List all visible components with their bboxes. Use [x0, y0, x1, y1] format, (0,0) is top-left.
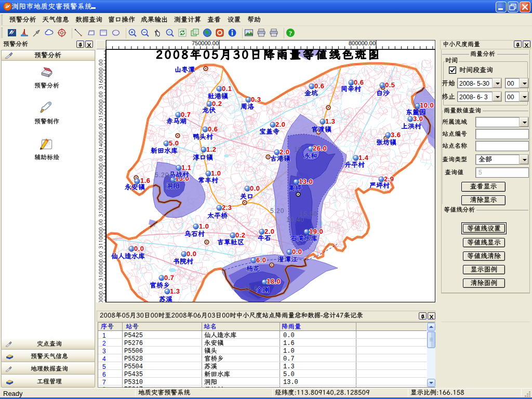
svg-text:1.2: 1.2 [206, 145, 217, 153]
svg-text:15.: 15. [294, 146, 304, 153]
svg-text:0.6: 0.6 [354, 78, 364, 86]
svg-text:3.6: 3.6 [391, 131, 401, 139]
svg-text:0.3: 0.3 [251, 96, 261, 103]
svg-text:0.0: 0.0 [250, 184, 260, 192]
svg-text:0.1: 0.1 [222, 85, 232, 92]
svg-text:0.2: 0.2 [235, 231, 246, 239]
svg-text:26.0: 26.0 [313, 144, 327, 152]
svg-text:1.3: 1.3 [170, 287, 180, 295]
svg-text:1.0: 1.0 [199, 222, 209, 230]
svg-text:5.20: 5.20 [270, 207, 284, 215]
svg-text:0.7: 0.7 [164, 274, 175, 282]
svg-text:0.0: 0.0 [187, 250, 197, 258]
svg-text:0.6: 0.6 [314, 82, 325, 90]
svg-text:0.7: 0.7 [181, 111, 191, 118]
svg-text:6.0: 6.0 [256, 256, 267, 264]
svg-text:10.0: 10.0 [420, 101, 434, 109]
svg-text:0.2: 0.2 [212, 100, 222, 108]
svg-text:18.0: 18.0 [267, 277, 281, 285]
svg-text:1.4: 1.4 [358, 154, 369, 162]
svg-text:1.0: 1.0 [211, 169, 221, 177]
svg-text:2.0: 2.0 [264, 228, 275, 235]
svg-text:?: ? [289, 29, 292, 37]
svg-text:2.3: 2.3 [222, 204, 232, 211]
svg-text:0.0: 0.0 [134, 245, 144, 252]
svg-text:0.0: 0.0 [292, 248, 302, 256]
svg-text:10.40: 10.40 [286, 216, 304, 223]
svg-text:0.5: 0.5 [385, 81, 395, 89]
svg-text:750000.00: 750000.00 [192, 40, 219, 46]
svg-text:2.9: 2.9 [384, 175, 394, 183]
svg-text:3.0: 3.0 [413, 115, 423, 123]
svg-text:1.1: 1.1 [181, 164, 192, 171]
svg-text:800000.00: 800000.00 [349, 40, 376, 46]
svg-text:15.6: 15.6 [244, 285, 258, 292]
svg-text:1.6: 1.6 [140, 177, 151, 184]
svg-text:0.6: 0.6 [208, 125, 218, 133]
svg-text:5.0: 5.0 [169, 139, 179, 147]
svg-text:1.3: 1.3 [325, 117, 336, 125]
svg-text:19.0: 19.0 [309, 228, 323, 235]
svg-text:2.0: 2.0 [275, 121, 286, 128]
svg-text:13.0: 13.0 [299, 178, 313, 185]
svg-text:2.0: 2.0 [280, 148, 290, 156]
